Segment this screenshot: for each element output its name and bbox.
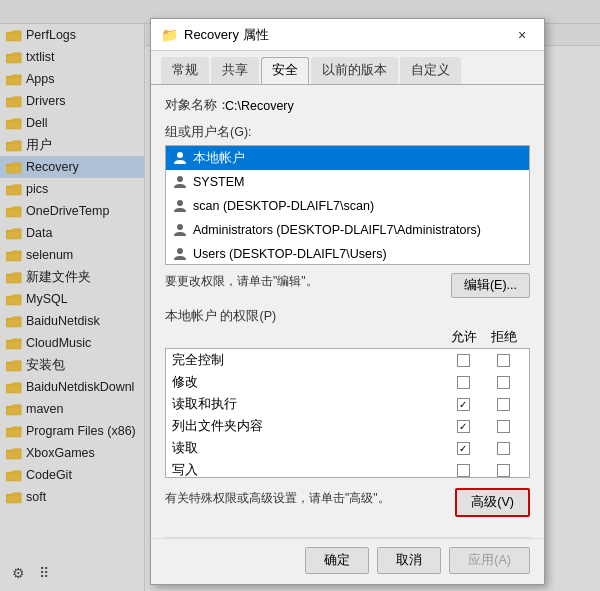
perm-name-text: 完全控制 [172,352,443,369]
tab-常规[interactable]: 常规 [161,57,209,84]
perm-name-text: 写入 [172,462,443,479]
svg-point-30 [177,248,183,254]
group-label: 组或用户名(G): [165,124,530,141]
allow-checkbox[interactable] [457,376,470,389]
perm-name-text: 读取 [172,440,443,457]
deny-check[interactable] [483,442,523,455]
perm-allow-header: 允许 [444,329,484,346]
cancel-button[interactable]: 取消 [377,547,441,574]
object-name-row: 对象名称： C:\Recovery [165,97,530,114]
perm-deny-header: 拒绝 [484,329,524,346]
deny-checkbox[interactable] [497,354,510,367]
tab-以前的版本[interactable]: 以前的版本 [311,57,398,84]
svg-point-28 [177,224,183,230]
object-label: 对象名称： [165,97,225,114]
user-name: SYSTEM [193,175,244,189]
deny-check[interactable] [483,376,523,389]
tab-共享[interactable]: 共享 [211,57,259,84]
edit-note-row: 要更改权限，请单击"编辑"。 编辑(E)... [165,273,530,298]
svg-point-22 [177,152,183,158]
deny-check[interactable] [483,420,523,433]
allow-check[interactable] [443,442,483,455]
dialog-tabs: 常规共享安全以前的版本自定义 [151,51,544,85]
perm-row-读取和执行: 读取和执行 [166,393,529,415]
user-name: 本地帐户 [193,150,245,167]
edit-note-text: 要更改权限，请单击"编辑"。 [165,273,318,290]
perm-row-读取: 读取 [166,437,529,459]
user-icon [172,198,188,214]
deny-check[interactable] [483,398,523,411]
deny-checkbox[interactable] [497,420,510,433]
perm-row-修改: 修改 [166,371,529,393]
permissions-label: 本地帐户 的权限(P) [165,308,530,325]
advanced-note-text: 有关特殊权限或高级设置，请单击"高级"。 [165,490,390,507]
allow-checkbox[interactable] [457,420,470,433]
allow-checkbox[interactable] [457,354,470,367]
deny-checkbox[interactable] [497,442,510,455]
user-icon [172,222,188,238]
perm-name-header [171,329,444,346]
user-row-本地帐户[interactable]: 本地帐户 [166,146,529,170]
dialog-folder-icon: 📁 [161,27,178,43]
advanced-button[interactable]: 高级(V) [455,488,530,517]
allow-check[interactable] [443,420,483,433]
perm-row-完全控制: 完全控制 [166,349,529,371]
allow-checkbox[interactable] [457,464,470,477]
user-name: Users (DESKTOP-DLAIFL7\Users) [193,247,387,261]
perm-name-text: 修改 [172,374,443,391]
edit-button[interactable]: 编辑(E)... [451,273,530,298]
user-name: scan (DESKTOP-DLAIFL7\scan) [193,199,374,213]
apply-button[interactable]: 应用(A) [449,547,530,574]
allow-checkbox[interactable] [457,398,470,411]
dialog-title-left: 📁 Recovery 属性 [161,26,269,44]
perm-row-写入: 写入 [166,459,529,478]
allow-check[interactable] [443,464,483,477]
svg-point-26 [177,200,183,206]
user-icon [172,174,188,190]
deny-check[interactable] [483,464,523,477]
object-value: C:\Recovery [225,99,294,113]
perm-name-text: 读取和执行 [172,396,443,413]
deny-check[interactable] [483,354,523,367]
ok-button[interactable]: 确定 [305,547,369,574]
tab-自定义[interactable]: 自定义 [400,57,461,84]
dialog-title-text: Recovery 属性 [184,26,269,44]
recovery-properties-dialog: 📁 Recovery 属性 × 常规共享安全以前的版本自定义 对象名称： C:\… [150,18,545,585]
user-row-SYSTEM[interactable]: SYSTEM [166,170,529,194]
dialog-close-button[interactable]: × [510,23,534,47]
advanced-row: 有关特殊权限或高级设置，请单击"高级"。 高级(V) [165,488,530,517]
permissions-header: 允许 拒绝 [165,329,530,346]
user-row-Administrators-(DESKTOP-DLAIFL7\Administrators)[interactable]: Administrators (DESKTOP-DLAIFL7\Administ… [166,218,529,242]
deny-checkbox[interactable] [497,398,510,411]
deny-checkbox[interactable] [497,376,510,389]
perm-name-text: 列出文件夹内容 [172,418,443,435]
allow-check[interactable] [443,354,483,367]
dialog-titlebar: 📁 Recovery 属性 × [151,19,544,51]
permissions-list: 完全控制 修改 读取和执行 列出文件夹内容 读取 写入 [165,348,530,478]
user-row-scan-(DESKTOP-DLAIFL7\scan)[interactable]: scan (DESKTOP-DLAIFL7\scan) [166,194,529,218]
user-list[interactable]: 本地帐户 SYSTEM scan (DESKTOP-DLAIFL7\scan) … [165,145,530,265]
deny-checkbox[interactable] [497,464,510,477]
dialog-body: 对象名称： C:\Recovery 组或用户名(G): 本地帐户 SYSTEM … [151,85,544,537]
dialog-footer: 确定 取消 应用(A) [151,538,544,584]
user-icon [172,150,188,166]
allow-checkbox[interactable] [457,442,470,455]
allow-check[interactable] [443,376,483,389]
tab-安全[interactable]: 安全 [261,57,309,84]
user-row-Users-(DESKTOP-DLAIFL7\Users)[interactable]: Users (DESKTOP-DLAIFL7\Users) [166,242,529,265]
svg-point-24 [177,176,183,182]
allow-check[interactable] [443,398,483,411]
user-icon [172,246,188,262]
user-name: Administrators (DESKTOP-DLAIFL7\Administ… [193,223,481,237]
perm-row-列出文件夹内容: 列出文件夹内容 [166,415,529,437]
